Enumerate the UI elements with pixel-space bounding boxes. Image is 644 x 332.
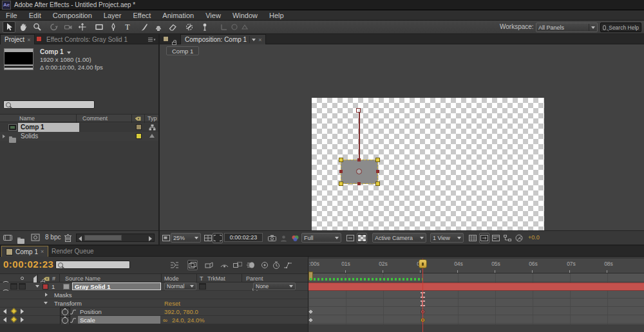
trkmat-cell[interactable]: [199, 283, 206, 290]
puppet-pin-tool-icon[interactable]: [198, 21, 211, 33]
menu-animation[interactable]: Animation: [156, 11, 200, 20]
panel-menu-icon[interactable]: [147, 37, 156, 42]
show-channel-icon[interactable]: [290, 233, 300, 243]
position-value[interactable]: 392.0, 780.0: [164, 308, 198, 315]
new-folder-icon[interactable]: [17, 239, 24, 244]
col-type[interactable]: Typ: [147, 115, 157, 122]
magnification-dropdown[interactable]: 25%: [171, 233, 201, 243]
tab-render-queue[interactable]: Render Queue: [48, 246, 98, 257]
resolution-dropdown[interactable]: Full: [301, 233, 341, 243]
axis-mode-view-icon[interactable]: [238, 21, 251, 33]
current-time-indicator[interactable]: [419, 259, 427, 268]
col-trkmat[interactable]: TrkMat: [207, 275, 225, 282]
handle-bottom-left[interactable]: [339, 181, 343, 186]
roto-brush-tool-icon[interactable]: [183, 21, 196, 33]
handle-top-right[interactable]: [375, 158, 380, 162]
region-of-interest-icon[interactable]: [213, 233, 223, 243]
menu-file[interactable]: File: [0, 11, 23, 20]
col-index[interactable]: #: [52, 275, 55, 282]
tab-project[interactable]: Project ×: [0, 34, 35, 44]
project-row-solids[interactable]: Solids: [0, 132, 158, 141]
col-name[interactable]: Name: [19, 115, 35, 122]
prev-keyframe-icon[interactable]: [3, 317, 6, 322]
next-keyframe-icon[interactable]: [21, 309, 24, 314]
scroll-up-icon[interactable]: [149, 134, 155, 138]
show-snapshot-icon[interactable]: [278, 233, 289, 243]
expand-down-icon[interactable]: [44, 302, 48, 304]
hand-tool-icon[interactable]: [17, 21, 30, 33]
label-tag-icon[interactable]: [134, 116, 142, 122]
col-mode[interactable]: Mode: [164, 275, 179, 282]
workspace-dropdown[interactable]: All Panels: [536, 23, 598, 32]
menu-edit[interactable]: Edit: [23, 11, 47, 20]
brainstorm-icon[interactable]: [260, 260, 270, 270]
layer-name-box[interactable]: Gray Solid 1: [72, 282, 161, 290]
transform-row[interactable]: Transform Reset: [0, 299, 308, 308]
scale-row[interactable]: Scale ∞ 24.0, 24.0%: [0, 316, 308, 324]
handle-top-center[interactable]: [357, 158, 361, 161]
menu-effect[interactable]: Effect: [127, 11, 156, 20]
tab-timeline-comp[interactable]: Comp 1 ×: [1, 246, 48, 257]
rect-mask-tool-icon[interactable]: [93, 21, 106, 33]
comp-sub-tab[interactable]: Comp 1: [166, 46, 199, 55]
project-row-comp[interactable]: Comp 1: [0, 123, 158, 132]
audio-toggle-cell[interactable]: [10, 283, 17, 290]
timeline-button-icon[interactable]: [491, 233, 501, 243]
transform-reset-link[interactable]: Reset: [164, 300, 180, 307]
motion-blur-shutter-icon[interactable]: [514, 233, 524, 243]
timeline-search-input[interactable]: [55, 261, 130, 269]
scroll-right-icon[interactable]: [149, 236, 152, 241]
rotation-tool-icon[interactable]: [48, 21, 61, 33]
prev-keyframe-icon[interactable]: [3, 309, 6, 314]
layer-label-swatch[interactable]: [43, 284, 48, 290]
chevron-down-icon[interactable]: [252, 39, 256, 41]
close-icon[interactable]: ×: [258, 37, 261, 43]
safe-margins-icon[interactable]: [203, 233, 213, 243]
solids-label-swatch[interactable]: [136, 133, 142, 139]
parent-dropdown[interactable]: None: [253, 282, 296, 290]
label-tag-icon[interactable]: [43, 276, 50, 282]
bit-depth-button[interactable]: 8 bpc: [45, 234, 61, 241]
scroll-left-icon[interactable]: [79, 236, 82, 241]
col-t[interactable]: T: [200, 275, 204, 282]
motion-path-keyframe-handle[interactable]: [356, 108, 361, 113]
snapshot-camera-icon[interactable]: [267, 233, 277, 243]
project-search-input[interactable]: [3, 100, 95, 109]
graph-editor-icon[interactable]: [283, 260, 293, 270]
time-ruler[interactable]: :00s 01s 02s 03s 04s 05s 06s 07s 08s: [308, 259, 644, 273]
comp-timecode-display[interactable]: 0:00:02:23: [224, 233, 263, 242]
expand-right-icon[interactable]: [45, 293, 48, 297]
anchor-point[interactable]: [356, 169, 362, 174]
comp-viewport[interactable]: [160, 55, 644, 230]
next-keyframe-icon[interactable]: [21, 317, 24, 322]
composition-mini-flowchart-icon[interactable]: [169, 260, 180, 270]
motion-blur-icon[interactable]: [245, 260, 256, 270]
scale-value[interactable]: 24.0, 24.0%: [172, 317, 205, 324]
gray-solid-layer[interactable]: [339, 158, 380, 186]
brush-tool-icon[interactable]: [138, 21, 151, 33]
scale-label[interactable]: Scale: [80, 317, 95, 324]
always-preview-icon[interactable]: [161, 233, 171, 243]
pixel-aspect-correction-icon[interactable]: [479, 233, 489, 243]
col-comment[interactable]: Comment: [82, 115, 108, 122]
position-label[interactable]: Position: [80, 308, 102, 315]
link-dimensions-icon[interactable]: ∞: [163, 317, 167, 324]
position-row[interactable]: Position 392.0, 780.0: [0, 308, 308, 316]
draft-3d-icon[interactable]: [204, 260, 214, 270]
grid-guides-icon[interactable]: [468, 233, 478, 243]
col-source-name[interactable]: Source Name: [65, 275, 100, 282]
menu-composition[interactable]: Composition: [47, 11, 98, 20]
comp-label-swatch[interactable]: [136, 124, 142, 130]
solo-toggle-cell[interactable]: [19, 283, 26, 290]
layer-duration-bar[interactable]: [308, 282, 644, 291]
keyframe-toggle-icon[interactable]: [11, 317, 17, 323]
live-update-icon[interactable]: [187, 260, 198, 270]
hide-shy-layers-icon[interactable]: [219, 260, 229, 270]
timeline-current-time[interactable]: 0:00:02:23: [3, 259, 53, 270]
view-camera-dropdown[interactable]: Active Camera: [372, 233, 426, 243]
solo-icon[interactable]: [21, 277, 24, 280]
expand-right-icon[interactable]: [3, 134, 5, 138]
horizontal-scrollbar[interactable]: [76, 234, 155, 242]
scrollbar-thumb[interactable]: [84, 235, 122, 241]
auto-keyframe-icon[interactable]: [271, 260, 281, 270]
